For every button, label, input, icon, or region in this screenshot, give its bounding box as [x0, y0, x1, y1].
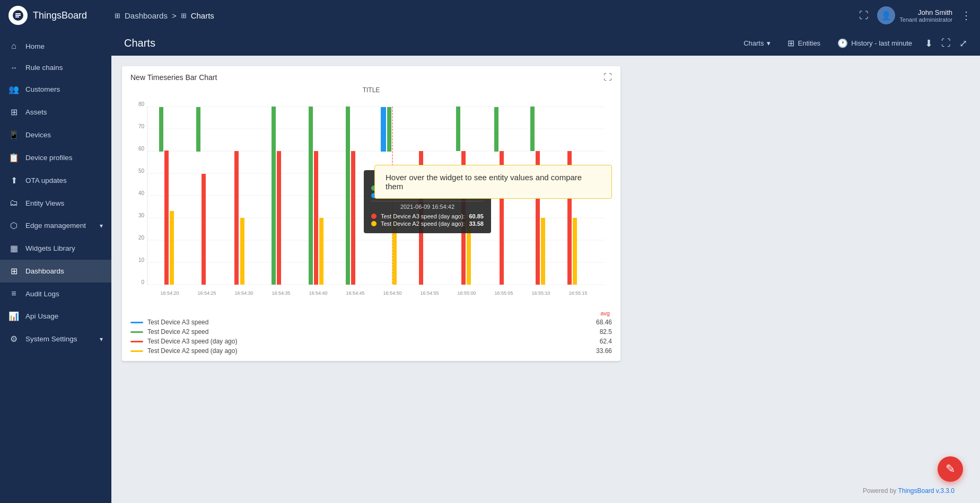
- logo-area: ThingsBoard: [8, 6, 115, 25]
- sidebar-item-dashboards[interactable]: ⊞ Dashboards: [0, 260, 111, 283]
- bar: [277, 151, 281, 285]
- sidebar-item-customers[interactable]: 👥 Customers: [0, 78, 111, 101]
- bar: [164, 151, 169, 285]
- bar: [202, 174, 206, 285]
- bar: [456, 107, 460, 151]
- hover-hint: Hover over the widget to see entity valu…: [374, 165, 612, 199]
- widget-card: New Timeseries Bar Chart ⛶ TITLE 0 10 20: [122, 66, 620, 361]
- history-label: History - last minute: [851, 39, 912, 47]
- bar: [309, 107, 313, 285]
- chart-container: TITLE 0 10 20 30 40 50: [122, 86, 620, 305]
- sidebar-item-home[interactable]: ⌂ Home: [0, 35, 111, 57]
- sidebar-item-rule-chains[interactable]: ↔ Rule chains: [0, 57, 111, 78]
- bar: [541, 218, 545, 285]
- bar: [170, 211, 174, 285]
- sidebar-item-audit-logs[interactable]: ≡ Audit Logs: [0, 283, 111, 305]
- devices-icon: 📱: [8, 130, 19, 140]
- bar: [530, 107, 535, 151]
- sidebar-label-assets: Assets: [25, 108, 103, 116]
- fullscreen-icon[interactable]: ⛶: [859, 10, 869, 21]
- widgets-icon: ▦: [8, 243, 19, 253]
- svg-text:10: 10: [138, 257, 145, 263]
- svg-text:70: 70: [138, 123, 145, 129]
- user-area[interactable]: 👤 John Smith Tenant administrator: [877, 6, 952, 24]
- bar: [314, 151, 318, 285]
- rule-chains-icon: ↔: [8, 64, 19, 72]
- legend-value-a3-day: 62.4: [600, 338, 612, 345]
- expand-icon[interactable]: ⤢: [959, 38, 967, 49]
- entities-icon: ⊞: [788, 38, 794, 48]
- legend-color-a3-day: [130, 341, 143, 342]
- fab-button[interactable]: ✎: [938, 456, 963, 482]
- svg-text:60: 60: [138, 146, 145, 152]
- fullscreen-widget-icon[interactable]: ⛶: [941, 38, 951, 49]
- svg-text:16:54:50: 16:54:50: [383, 290, 401, 296]
- bar: [351, 151, 355, 285]
- svg-text:16:54:40: 16:54:40: [309, 290, 327, 296]
- entities-button[interactable]: ⊞ Entities: [783, 36, 825, 50]
- x-axis-labels: 16:54:20 16:54:25 16:54:30 16:54:35 16:5…: [160, 290, 587, 296]
- bar-highlighted-a2: [387, 107, 391, 152]
- sidebar-item-assets[interactable]: ⊞ Assets: [0, 101, 111, 123]
- sidebar-label-rule-chains: Rule chains: [25, 64, 103, 72]
- sidebar-label-audit: Audit Logs: [25, 290, 103, 298]
- download-icon[interactable]: ⬇: [925, 38, 933, 49]
- charts-dropdown-button[interactable]: Charts ▾: [739, 37, 775, 49]
- legend-left-a2: Test Device A2 speed: [130, 328, 208, 336]
- breadcrumb-icon: ⊞: [181, 12, 187, 20]
- svg-text:16:54:30: 16:54:30: [234, 290, 253, 296]
- footer-link[interactable]: ThingsBoard v.3.3.0: [898, 487, 955, 495]
- legend-value-a2-day: 33.66: [596, 347, 612, 355]
- avatar: 👤: [877, 6, 895, 24]
- bar: [234, 151, 239, 285]
- top-navigation: ThingsBoard ⊞ Dashboards > ⊞ Charts ⛶ 👤 …: [0, 0, 980, 31]
- sidebar-item-entity-views[interactable]: 🗂 Entity Views: [0, 192, 111, 214]
- more-options-icon[interactable]: ⋮: [961, 9, 972, 22]
- settings-expand-icon: ▾: [100, 336, 103, 343]
- widget-expand-icon[interactable]: ⛶: [603, 73, 612, 82]
- sidebar-item-devices[interactable]: 📱 Devices: [0, 123, 111, 146]
- sidebar-item-device-profiles[interactable]: 📋 Device profiles: [0, 146, 111, 169]
- legend-row-a2: Test Device A2 speed 82.5: [130, 328, 612, 336]
- bar: [573, 218, 577, 285]
- page-title: Charts: [124, 37, 155, 49]
- app-footer: Powered by ThingsBoard v.3.3.0: [850, 483, 967, 499]
- sidebar-item-system-settings[interactable]: ⚙ System Settings ▾: [0, 328, 111, 350]
- legend-label-a2-day: Test Device A2 speed (day ago): [147, 347, 237, 355]
- sidebar-label-devices: Devices: [25, 131, 103, 139]
- sidebar-item-api-usage[interactable]: 📊 Api Usage: [0, 305, 111, 328]
- breadcrumb: ⊞ Dashboards > ⊞ Charts: [115, 11, 859, 20]
- sidebar-label-customers: Customers: [25, 85, 103, 93]
- tooltip-row-a3-day: Test Device A3 speed (day ago): 60.85: [371, 213, 484, 219]
- legend-value-a2: 82.5: [600, 328, 612, 336]
- legend-label-a2: Test Device A2 speed: [147, 328, 208, 336]
- footer-text: Powered by: [863, 487, 896, 495]
- svg-text:16:54:35: 16:54:35: [272, 290, 290, 296]
- chart-title: TITLE: [130, 86, 612, 94]
- breadcrumb-separator: >: [172, 11, 177, 20]
- breadcrumb-parent[interactable]: Dashboards: [125, 11, 168, 20]
- widget-header: New Timeseries Bar Chart ⛶: [122, 66, 620, 86]
- settings-icon: ⚙: [8, 334, 19, 344]
- audit-icon: ≡: [8, 289, 19, 298]
- svg-text:20: 20: [138, 235, 145, 241]
- history-icon: 🕐: [837, 38, 848, 48]
- entity-views-icon: 🗂: [8, 198, 19, 208]
- legend-color-a2-day: [130, 350, 143, 352]
- bar: [159, 107, 163, 152]
- sidebar-item-widgets-library[interactable]: ▦ Widgets Library: [0, 237, 111, 260]
- legend-left-a2-day: Test Device A2 speed (day ago): [130, 347, 237, 355]
- content-area: Charts Charts ▾ ⊞ Entities 🕐 History - l…: [111, 31, 980, 503]
- sidebar-label-home: Home: [25, 42, 103, 50]
- legend-label-a3: Test Device A3 speed: [147, 319, 208, 326]
- history-button[interactable]: 🕐 History - last minute: [833, 36, 916, 50]
- sidebar-item-ota-updates[interactable]: ⬆ OTA updates: [0, 169, 111, 192]
- bar: [196, 107, 200, 152]
- logo-icon: [8, 6, 28, 25]
- tooltip-separator: [371, 201, 484, 201]
- sidebar-item-edge-management[interactable]: ⬡ Edge management ▾: [0, 214, 111, 237]
- chart-svg-area: 0 10 20 30 40 50 60 70 80: [130, 96, 612, 305]
- edge-management-icon: ⬡: [8, 220, 19, 231]
- entities-label: Entities: [798, 39, 820, 47]
- sidebar-label-api: Api Usage: [25, 312, 103, 320]
